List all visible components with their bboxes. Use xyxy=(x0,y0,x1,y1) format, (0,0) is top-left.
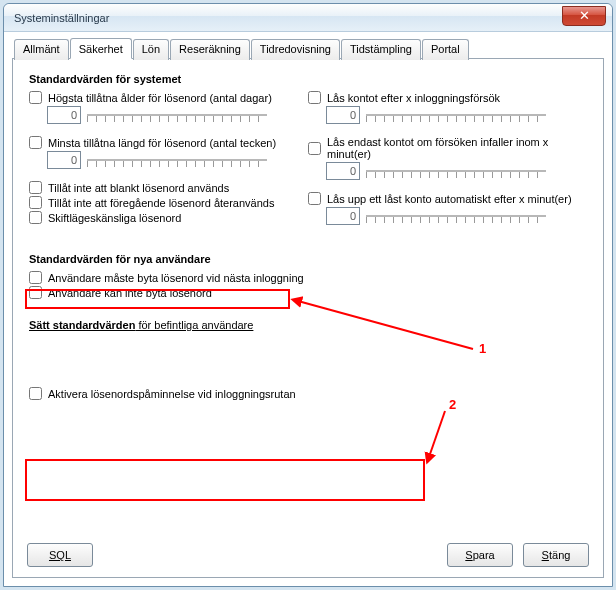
tab-lon[interactable]: Lön xyxy=(133,39,169,60)
lbl-case-sensitive-passwords: Skiftlägeskänsliga lösenord xyxy=(48,212,181,224)
chk-auto-unlock-minutes[interactable] xyxy=(308,192,321,205)
section-system-defaults: Standardvärden för systemet xyxy=(29,73,587,85)
chk-enable-password-reminder[interactable] xyxy=(29,387,42,400)
save-button[interactable]: Spara xyxy=(447,543,513,567)
chk-disallow-blank-password[interactable] xyxy=(29,181,42,194)
annotation-label-2: 2 xyxy=(449,397,456,412)
close-button[interactable]: ✕ xyxy=(562,6,606,26)
val-min-password-length[interactable] xyxy=(47,151,81,169)
lbl-min-password-length: Minsta tillåtna längd för lösenord (anta… xyxy=(48,137,276,149)
tab-portal[interactable]: Portal xyxy=(422,39,469,60)
val-lock-within-minutes[interactable] xyxy=(326,162,360,180)
val-lock-after-attempts[interactable] xyxy=(326,106,360,124)
lbl-cannot-change-password: Användare kan inte byta lösenord xyxy=(48,287,212,299)
tab-tidstampling[interactable]: Tidstämpling xyxy=(341,39,421,60)
lbl-auto-unlock-minutes: Lås upp ett låst konto automatiskt efter… xyxy=(327,193,572,205)
close-icon: ✕ xyxy=(579,8,590,23)
chk-cannot-change-password[interactable] xyxy=(29,286,42,299)
tab-strip: Allmänt Säkerhet Lön Reseräkning Tidredo… xyxy=(14,38,604,59)
sql-button[interactable]: SQL xyxy=(27,543,93,567)
chk-disallow-reuse-password[interactable] xyxy=(29,196,42,209)
tab-reserakning[interactable]: Reseräkning xyxy=(170,39,250,60)
link-set-defaults-bold: Sätt standardvärden xyxy=(29,319,135,331)
tab-sakerhet[interactable]: Säkerhet xyxy=(70,38,132,59)
chk-max-password-age[interactable] xyxy=(29,91,42,104)
client-area: Allmänt Säkerhet Lön Reseräkning Tidredo… xyxy=(12,38,604,578)
lbl-must-change-next-login: Användare måste byta lösenord vid nästa … xyxy=(48,272,304,284)
link-set-defaults-existing[interactable]: Sätt standardvärden för befintliga använ… xyxy=(29,319,587,331)
close-button-rest: täng xyxy=(549,549,570,561)
slider-max-password-age[interactable] xyxy=(87,107,267,123)
chk-lock-within-minutes[interactable] xyxy=(308,142,321,155)
lbl-lock-within-minutes: Lås endast kontot om försöken infaller i… xyxy=(327,136,587,160)
chk-min-password-length[interactable] xyxy=(29,136,42,149)
slider-auto-unlock-minutes[interactable] xyxy=(366,208,546,224)
tab-page-sakerhet: Standardvärden för systemet Högsta tillå… xyxy=(12,58,604,578)
dialog-footer: SQL Spara Stäng xyxy=(27,543,589,567)
chk-lock-after-attempts[interactable] xyxy=(308,91,321,104)
slider-lock-within-minutes[interactable] xyxy=(366,163,546,179)
tab-tidredovisning[interactable]: Tidredovisning xyxy=(251,39,340,60)
lbl-disallow-blank-password: Tillåt inte att blankt lösenord används xyxy=(48,182,229,194)
slider-lock-after-attempts[interactable] xyxy=(366,107,546,123)
window-title: Systeminställningar xyxy=(14,12,109,24)
link-set-defaults-rest: för befintliga användare xyxy=(135,319,253,331)
dialog-window: Systeminställningar ✕ Allmänt Säkerhet L… xyxy=(3,3,613,587)
annotation-label-1: 1 xyxy=(479,341,486,356)
val-auto-unlock-minutes[interactable] xyxy=(326,207,360,225)
val-max-password-age[interactable] xyxy=(47,106,81,124)
tab-allmant[interactable]: Allmänt xyxy=(14,39,69,60)
section-new-user-defaults: Standardvärden för nya användare xyxy=(29,253,587,265)
lbl-disallow-reuse-password: Tillåt inte att föregående lösenord åter… xyxy=(48,197,274,209)
chk-must-change-next-login[interactable] xyxy=(29,271,42,284)
lbl-enable-password-reminder: Aktivera lösenordspåminnelse vid inloggn… xyxy=(48,388,296,400)
slider-min-password-length[interactable] xyxy=(87,152,267,168)
title-bar: Systeminställningar ✕ xyxy=(4,4,612,32)
svg-line-1 xyxy=(429,411,445,457)
annotation-box-2 xyxy=(25,459,425,501)
chk-case-sensitive-passwords[interactable] xyxy=(29,211,42,224)
save-button-rest: para xyxy=(473,549,495,561)
lbl-max-password-age: Högsta tillåtna ålder för lösenord (anta… xyxy=(48,92,272,104)
lbl-lock-after-attempts: Lås kontot efter x inloggningsförsök xyxy=(327,92,500,104)
close-dialog-button[interactable]: Stäng xyxy=(523,543,589,567)
